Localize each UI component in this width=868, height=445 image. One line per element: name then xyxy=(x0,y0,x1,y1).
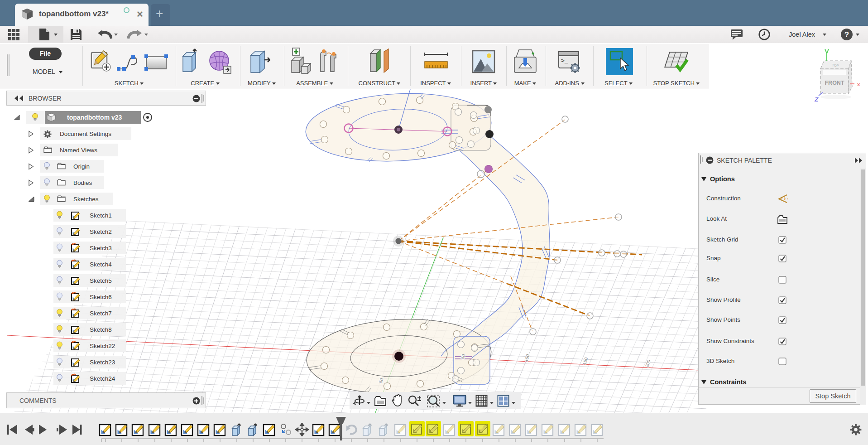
svg-text:Z: Z xyxy=(814,96,819,103)
svg-text:TOP: TOP xyxy=(832,63,839,68)
svg-text:x: x xyxy=(857,82,860,87)
svg-text:?: ? xyxy=(844,30,849,39)
svg-text:FRONT: FRONT xyxy=(825,80,844,86)
svg-text:>_: >_ xyxy=(561,58,568,64)
